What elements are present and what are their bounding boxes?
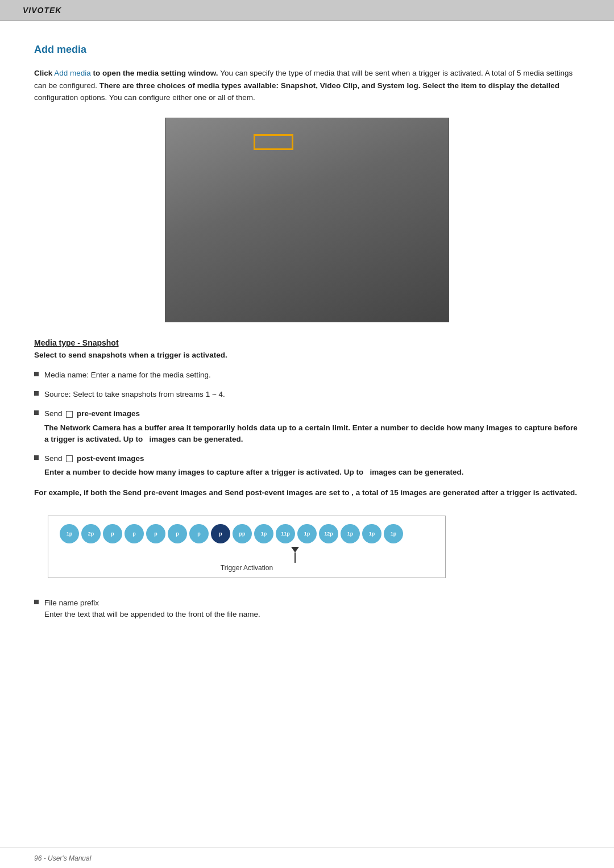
bullet-source: Source: Select to take snapshots from st… [34,389,580,400]
trigger-circle: p [125,524,144,543]
trigger-circle: p [103,524,122,543]
bullet-media-name: Media name: Enter a name for the media s… [34,369,580,381]
intro-paragraph: Click Add media to open the media settin… [34,67,580,104]
media-type-title: Media type - Snapshot [34,338,580,347]
file-prefix-description: Enter the text that will be appended to … [44,610,260,618]
main-content: Add media Click Add media to open the me… [0,21,614,847]
trigger-circle: p [211,524,230,543]
trigger-circle: pp [233,524,252,543]
post-event-checkbox[interactable] [66,455,73,462]
bullet-text-3: Send pre-event images The Network Camera… [44,408,580,445]
bullet-icon-2 [34,391,39,396]
arrow-head-icon [291,547,299,553]
source-text: Source: Select to take snapshots from st… [44,390,225,398]
trigger-activation-label: Trigger Activation [60,564,434,572]
trigger-circle: 11p [276,524,295,543]
bullet-text-5: File name prefix Enter the text that wil… [44,597,260,621]
camera-overlay-box [254,134,293,150]
intro-bold-part: to open the media setting window. [93,69,218,77]
camera-image-container [34,118,580,322]
trigger-circles-row: 1p2ppppppppp1p11p1p12p1p1p1p [60,524,434,543]
footer-text: 96 - User's Manual [34,854,91,862]
bullet-post-event: Send post-event images Enter a number to… [34,453,580,479]
pre-event-checkbox[interactable] [66,411,73,418]
trigger-arrow [291,547,299,563]
pre-event-bold: pre-event images [77,409,140,418]
trigger-circle: 1p [60,524,79,543]
trigger-circle: 1p [297,524,317,543]
bullet-pre-event: Send pre-event images The Network Camera… [34,408,580,445]
trigger-circle: 2p [81,524,101,543]
trigger-circle: p [189,524,209,543]
intro-text-part3: configuration options. You can configure… [34,93,255,102]
pre-event-description: The Network Camera has a buffer area it … [44,422,580,446]
pre-event-label: Send [44,409,64,418]
trigger-circle: p [146,524,165,543]
footer: 96 - User's Manual [0,847,614,868]
media-name-text: Media name: Enter a name for the media s… [44,371,211,379]
trigger-circle: 1p [254,524,273,543]
page-title: Add media [34,44,580,56]
bullet-text-2: Source: Select to take snapshots from st… [44,389,225,400]
bullet-text-1: Media name: Enter a name for the media s… [44,369,211,381]
bullet-icon-3 [34,410,39,415]
bullet-icon-1 [34,372,39,376]
intro-click-label: Click [34,69,52,77]
trigger-circle: p [168,524,187,543]
trigger-arrow-row [60,547,434,563]
trigger-diagram: 1p2ppppppppp1p11p1p12p1p1p1p Trigger Act… [48,516,446,578]
bullet-icon-5 [34,600,39,604]
arrow-line [294,553,296,563]
post-event-bold: post-event images [77,454,144,463]
header: VIVOTEK [0,0,614,21]
example-paragraph: For example, if both the Send pre-event … [34,487,580,499]
media-type-subtitle: Select to send snapshots when a trigger … [34,351,580,359]
post-event-description: Enter a number to decide how many images… [44,467,463,478]
camera-image [165,118,449,322]
bullet-icon-4 [34,455,39,460]
intro-add-media-link[interactable]: Add media [54,69,93,77]
intro-bold-choices: There are three choices of media types a… [99,81,559,90]
trigger-circle: 1p [362,524,381,543]
trigger-circle: 1p [384,524,403,543]
file-prefix-section: File name prefix Enter the text that wil… [34,597,580,621]
file-prefix-label: File name prefix [44,599,99,607]
brand-logo: VIVOTEK [23,6,61,15]
post-event-label: Send [44,454,64,463]
trigger-circle: 12p [319,524,338,543]
bullet-text-4: Send post-event images Enter a number to… [44,453,463,479]
trigger-circle: 1p [341,524,360,543]
bullet-file-prefix: File name prefix Enter the text that wil… [34,597,580,621]
